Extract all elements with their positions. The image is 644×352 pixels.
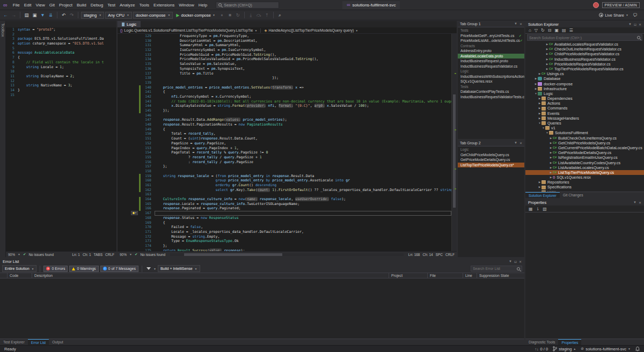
filter-icon[interactable]: ▽ (535, 28, 538, 33)
refresh-icon[interactable]: ↻ (541, 28, 545, 33)
restart-icon[interactable]: ↻ (235, 12, 241, 18)
categorized-icon[interactable]: ▦ (529, 207, 533, 211)
property-pages-icon[interactable]: ▧ (543, 207, 547, 211)
tree-item[interactable]: ▶Infrastructure (525, 86, 644, 91)
proto-editor[interactable]: 1syntax = "proto3";23package ECS.DTO.v1.… (6, 27, 116, 251)
filter-icon[interactable] (147, 267, 151, 270)
tree-item[interactable]: ▶C#BuildCheckOutLineItemsQuery.cs (525, 136, 644, 141)
tab-group-file-item[interactable]: InductBusinessWithSubscriptionsAction.cs (458, 74, 524, 79)
collapse-all-icon[interactable]: ⊟ (548, 28, 552, 33)
breadcrumb-type[interactable]: Logic.Queries.v1.SolutionsFulfilment.Lis… (124, 28, 253, 32)
chevron-collapsed-icon[interactable]: ▶ (538, 116, 541, 121)
undo-icon[interactable]: ↶ (60, 12, 67, 18)
tab-group-file-item[interactable]: AddressEntry.proto (458, 48, 524, 54)
tree-item[interactable]: ▶C#ListTopTierPriceModelsQuery.cs (525, 170, 644, 175)
step-out-icon[interactable]: ⤒ (264, 12, 270, 18)
tree-item[interactable]: ▶Commands (525, 106, 644, 111)
stop-icon[interactable]: ■ (226, 12, 233, 18)
tree-item[interactable]: ▶C#IsRegistrationEmailInUseQuery.cs (525, 155, 644, 160)
errors-filter-button[interactable]: ✕ 0 Errors (43, 266, 68, 272)
breadcrumb-member[interactable]: HandleAsync([ListTopTierPriceModelsQuery… (268, 28, 354, 32)
tree-item[interactable]: ▶Events (525, 111, 644, 116)
chevron-collapsed-icon[interactable]: ▶ (545, 42, 549, 47)
menu-file[interactable]: File (11, 3, 22, 8)
pin-icon[interactable]: ⊡ (634, 23, 636, 26)
tab-group-file-item[interactable]: InductBusinessRequestValidator.cs (458, 64, 524, 69)
tab-group-file-item[interactable]: AvailableLocaleData.proto (458, 54, 524, 59)
navigate-back-icon[interactable]: ← (2, 12, 9, 18)
menu-debug[interactable]: Debug (89, 3, 106, 8)
tree-item[interactable]: ▼Logic (525, 91, 644, 96)
tree-item[interactable]: ▶C#PriceModelsRequestValidator.cs (525, 62, 644, 67)
tree-item[interactable]: ▶C#TopTierPriceModelsRequestValidator.cs (525, 67, 644, 71)
tree-item[interactable]: ▶C#ChildPriceModelsRequestValidator.cs (525, 52, 644, 56)
vertical-scrollbar[interactable] (451, 34, 457, 251)
line-column-header[interactable]: Line (463, 273, 477, 278)
tree-item[interactable]: ▶docker-compose (525, 82, 644, 86)
chevron-collapsed-icon[interactable]: ▶ (538, 106, 541, 111)
file-column-header[interactable]: File (428, 273, 463, 278)
quick-launch-search[interactable]: Search (Ctrl+Q) (216, 2, 279, 9)
chevron-collapsed-icon[interactable]: ▶ (549, 136, 553, 141)
tab-group-file-item[interactable]: ListTopTierPriceModelsQuery.cs* (458, 163, 524, 168)
new-file-icon[interactable]: ▤ (23, 12, 30, 18)
error-list-body[interactable] (0, 278, 524, 339)
tab-error-list[interactable]: Error List (28, 339, 49, 345)
tab-test-explorer[interactable]: Test Explorer (0, 339, 28, 345)
chevron-down-icon[interactable]: ▼ (509, 260, 512, 263)
tree-item[interactable]: ▶Dependencies (525, 96, 644, 101)
menu-edit[interactable]: Edit (22, 3, 34, 8)
tree-item[interactable]: ▶C#Usings.cs (525, 71, 644, 76)
chevron-collapsed-icon[interactable]: ▶ (538, 96, 541, 101)
startup-project-dropdown[interactable]: docker-compose▼ (133, 12, 173, 19)
chevron-collapsed-icon[interactable]: ▶ (538, 101, 541, 106)
chevron-collapsed-icon[interactable]: ▶ (549, 175, 553, 180)
close-icon[interactable]: ✕ (519, 141, 522, 145)
chevron-expanded-icon[interactable]: ▼ (545, 130, 549, 135)
zoom-level[interactable]: 90% (120, 253, 127, 256)
alphabetical-icon[interactable]: ⇂ (536, 207, 540, 211)
tree-item[interactable]: ▼SolutionsFulfilment (525, 130, 644, 135)
menu-tools[interactable]: Tools (137, 3, 151, 8)
tree-item[interactable]: ▶C#ListAvailableLocalesQuery.cs (525, 165, 644, 170)
document-tab-logic[interactable]: Logic (118, 21, 141, 27)
tab-group-file-item[interactable]: DatabaseContextPlayTests.cs (458, 89, 524, 94)
chevron-down-icon[interactable]: ▼ (514, 22, 517, 26)
issues-label[interactable]: No issues found (28, 253, 54, 256)
chevron-collapsed-icon[interactable]: ▶ (549, 155, 553, 160)
chevron-collapsed-icon[interactable]: ▶ (545, 57, 549, 62)
chevron-collapsed-icon[interactable]: ▶ (538, 111, 541, 116)
chevron-down-icon[interactable]: ▼ (633, 201, 636, 204)
user-avatar[interactable] (593, 2, 599, 8)
tree-item[interactable]: ▶C#ListAvailableCountryCodesQuery.cs (525, 160, 644, 165)
tab-output[interactable]: Output (49, 339, 66, 345)
chevron-collapsed-icon[interactable]: ▶ (545, 62, 549, 67)
tree-item[interactable]: ▶Database (525, 76, 644, 81)
git-branch-status[interactable]: staging ▲ (553, 346, 576, 351)
tab-group-file-item[interactable]: PriceModelListAll...odelsUnitTests.cs✓ (458, 38, 524, 43)
chevron-collapsed-icon[interactable]: ▶ (549, 165, 553, 170)
chevron-collapsed-icon[interactable]: ▶ (538, 71, 541, 76)
tab-group-file-item[interactable]: InductBusinessRequestValidatorTests.cs (458, 94, 524, 100)
tab-group-file-item[interactable]: PriceModelGetP...eryUnitTests.cs✓ (458, 33, 524, 39)
close-icon[interactable]: ✕ (639, 23, 641, 26)
tree-item[interactable]: ▶C#GetCurrentPriceModelBatchDataLocaleQu… (525, 145, 644, 150)
issues-label[interactable]: No issues found (140, 253, 165, 256)
git-sync-status[interactable]: ↑↓ 0 / 0 (535, 347, 548, 351)
chevron-collapsed-icon[interactable]: ▶ (549, 141, 553, 145)
chevron-collapsed-icon[interactable]: ▶ (538, 185, 541, 189)
tree-item[interactable]: ▼v1 (525, 126, 644, 130)
suppression-column-header[interactable]: Suppression State (477, 273, 524, 278)
tree-item[interactable]: ▶C#CheckOutLineItemRequestValidator.cs (525, 47, 644, 52)
tree-item[interactable]: ▶C#GetChildPriceModelsQuery.cs (525, 141, 644, 145)
start-debugging-button[interactable]: ▶ docker-compose ▼ (174, 11, 217, 19)
horizontal-scrollbar[interactable] (170, 253, 404, 256)
tab-properties[interactable]: Properties (558, 339, 581, 345)
chevron-down-icon[interactable]: ▼ (514, 141, 517, 145)
chevron-collapsed-icon[interactable]: ▶ (534, 76, 538, 81)
menu-test[interactable]: Test (105, 3, 118, 8)
home-icon[interactable]: ⌂ (529, 28, 531, 33)
solution-search-input[interactable] (529, 36, 635, 40)
description-column-header[interactable]: Description (32, 273, 389, 278)
notifications-bell-icon[interactable] (635, 347, 640, 351)
